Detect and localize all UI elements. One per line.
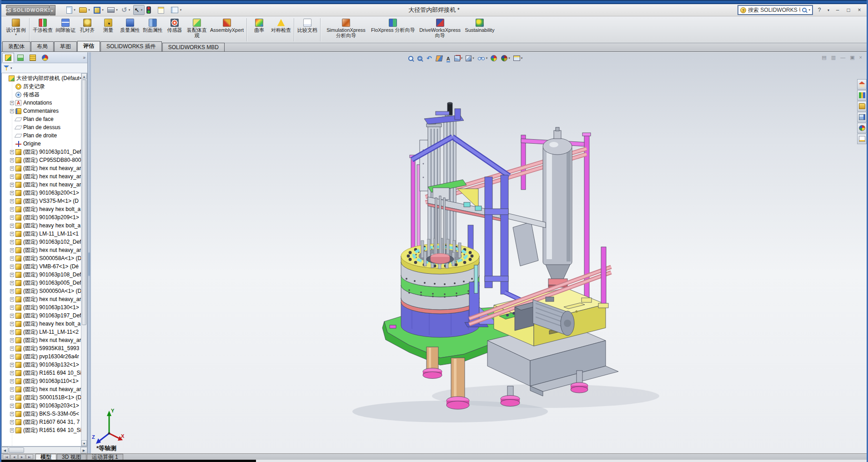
- expand-icon[interactable]: [10, 306, 14, 310]
- ribbon-button[interactable]: FloXpress 分析向导: [370, 18, 416, 42]
- panel-tab[interactable]: [39, 53, 51, 62]
- ribbon-button[interactable]: 干涉检查: [31, 18, 54, 42]
- expand-icon[interactable]: [10, 404, 14, 408]
- splitter-grip[interactable]: [88, 252, 90, 276]
- expand-icon[interactable]: [10, 224, 14, 228]
- tree-item[interactable]: (固定) heavy hex bolt_a: [2, 221, 81, 230]
- ribbon-button[interactable]: Sustainability: [464, 18, 496, 42]
- bottom-tab[interactable]: 3D 视图: [57, 454, 86, 460]
- ribbon-button[interactable]: 测量: [98, 18, 119, 42]
- expand-icon[interactable]: [10, 150, 14, 154]
- quick-tool-button[interactable]: ▾: [106, 7, 120, 13]
- panel-splitter[interactable]: [88, 52, 91, 453]
- expand-icon[interactable]: [10, 256, 14, 261]
- command-tab[interactable]: 布局: [31, 41, 54, 51]
- tree-item[interactable]: (固定) 901063p110<1>: [2, 377, 81, 385]
- task-pane-button[interactable]: [857, 123, 867, 133]
- graphics-viewport[interactable]: ▾ ▾ ▾: [91, 52, 867, 453]
- quick-tool-button[interactable]: ▾: [120, 5, 132, 15]
- scroll-thumb[interactable]: [82, 80, 86, 325]
- maximize[interactable]: □: [845, 7, 852, 13]
- ribbon-button[interactable]: AssemblyXpert: [209, 18, 245, 42]
- tree-item[interactable]: (固定) hex nut heavy_ar: [2, 336, 81, 344]
- expand-icon[interactable]: [10, 420, 14, 424]
- tree-item[interactable]: (固定) hex nut heavy_ar: [2, 164, 81, 172]
- tree-item[interactable]: (固定) heavy hex bolt_a: [2, 205, 81, 213]
- sheet-nav-button[interactable]: ▶: [18, 454, 25, 459]
- command-tab[interactable]: 装配体: [2, 41, 30, 51]
- expand-icon[interactable]: [10, 109, 14, 113]
- command-tab[interactable]: 评估: [77, 41, 100, 51]
- scroll-left-arrow[interactable]: ◀: [1, 447, 8, 453]
- tree-item[interactable]: 传感器: [2, 90, 81, 99]
- expand-icon[interactable]: [10, 207, 14, 211]
- expand-icon[interactable]: [10, 191, 14, 195]
- view-tool-button[interactable]: ▾: [501, 55, 510, 61]
- tree-vertical-scrollbar[interactable]: ▲ ▼: [81, 73, 87, 446]
- tree-item[interactable]: (固定) VMB-67<1> (Dé: [2, 262, 81, 271]
- tree-item[interactable]: (固定) 901063p132<1>: [2, 361, 81, 369]
- bottom-tab[interactable]: 模型: [35, 454, 56, 460]
- tree-item[interactable]: (固定) LM-11_LM-11<2: [2, 328, 81, 336]
- ribbon-button[interactable]: SimulationXpress 分析向导: [322, 18, 370, 42]
- tree-item[interactable]: (固定) hex nut heavy_ar: [2, 181, 81, 189]
- expand-icon[interactable]: [10, 363, 14, 367]
- doc-close[interactable]: ×: [859, 55, 862, 60]
- help-dropdown[interactable]: ▾: [827, 8, 830, 12]
- tree-item[interactable]: (固定) 901063p203<1>: [2, 402, 81, 410]
- tree-item[interactable]: (固定) 901063p197_Def: [2, 311, 81, 320]
- tree-item[interactable]: (固定) 901063p130<1>: [2, 303, 81, 311]
- expand-icon[interactable]: [10, 387, 14, 392]
- tree-item[interactable]: Plan de face: [2, 115, 81, 123]
- quick-tool-button[interactable]: ▾: [78, 7, 92, 13]
- bottom-tab[interactable]: 运动算例 1: [87, 454, 123, 460]
- tree-item[interactable]: (固定) R1607 604 31, 7: [2, 418, 81, 426]
- ribbon-button[interactable]: 装配体直观: [185, 18, 209, 42]
- command-tab[interactable]: SOLIDWORKS MBD: [162, 43, 225, 51]
- view-tool-button[interactable]: [447, 54, 451, 62]
- ribbon-button[interactable]: DriveWorksXpress 向导: [416, 18, 464, 42]
- tree-item[interactable]: (固定) R1651 694 10_Si: [2, 369, 81, 377]
- tree-item[interactable]: 大径管内部焊接机 (Défaut<: [2, 74, 81, 82]
- expand-icon[interactable]: [10, 322, 14, 326]
- tree-item[interactable]: (固定) LM-11_LM-11<1: [2, 230, 81, 238]
- tree-item[interactable]: (固定) VS375-M<1> (D: [2, 197, 81, 205]
- doc-restore[interactable]: ▣: [850, 55, 854, 60]
- view-tool-button[interactable]: ▾: [466, 55, 474, 61]
- task-pane-button[interactable]: [857, 112, 867, 122]
- view-tool-button[interactable]: [491, 55, 498, 61]
- expand-icon[interactable]: [10, 330, 14, 334]
- expand-icon[interactable]: [10, 412, 14, 416]
- minimize[interactable]: –: [834, 7, 841, 13]
- tree-item[interactable]: Commentaires: [2, 107, 81, 115]
- task-pane-button[interactable]: [857, 134, 867, 144]
- expand-icon[interactable]: [10, 289, 14, 293]
- tree-item[interactable]: (固定) 901063p102_Def: [2, 238, 81, 246]
- ribbon-button[interactable]: 间隙验证: [54, 18, 77, 42]
- help-search[interactable]: ? 搜索 SOLIDWORKS 帮助 ▾: [738, 5, 813, 15]
- panel-tab[interactable]: [2, 53, 14, 62]
- task-pane-button[interactable]: [857, 90, 867, 100]
- view-tool-button[interactable]: [436, 55, 443, 61]
- search-icon[interactable]: [802, 8, 807, 12]
- task-pane-button[interactable]: [857, 101, 867, 111]
- tree-item[interactable]: (固定) 901063p108_Def: [2, 271, 81, 279]
- quick-tool-button[interactable]: ▾: [170, 6, 183, 14]
- expand-icon[interactable]: [10, 101, 14, 105]
- tree-item[interactable]: (固定) hex nut heavy_ar: [2, 295, 81, 303]
- expand-icon[interactable]: [10, 166, 14, 171]
- tree-item[interactable]: (固定) pvp16304r26a4r: [2, 352, 81, 361]
- tree-item[interactable]: (固定) R1651 694 10_Si: [2, 426, 81, 434]
- expand-icon[interactable]: [10, 273, 14, 277]
- tree-item[interactable]: (固定) 901063p005_Def: [2, 279, 81, 287]
- tree-item[interactable]: Plan de dessus: [2, 123, 81, 131]
- tree-item[interactable]: (固定) 901063p101_Def: [2, 148, 81, 156]
- tree-item[interactable]: (固定) 901063p200<1>: [2, 189, 81, 197]
- tree-item[interactable]: (固定) 901063p209<1>: [2, 213, 81, 221]
- expand-icon[interactable]: [10, 371, 14, 375]
- sheet-nav-button[interactable]: ◀: [10, 454, 18, 459]
- ribbon-button[interactable]: 曲率: [249, 18, 270, 42]
- expand-icon[interactable]: [10, 248, 14, 252]
- tree-item[interactable]: (固定) BKS-S-33M-05<: [2, 410, 81, 418]
- expand-icon[interactable]: [10, 428, 14, 432]
